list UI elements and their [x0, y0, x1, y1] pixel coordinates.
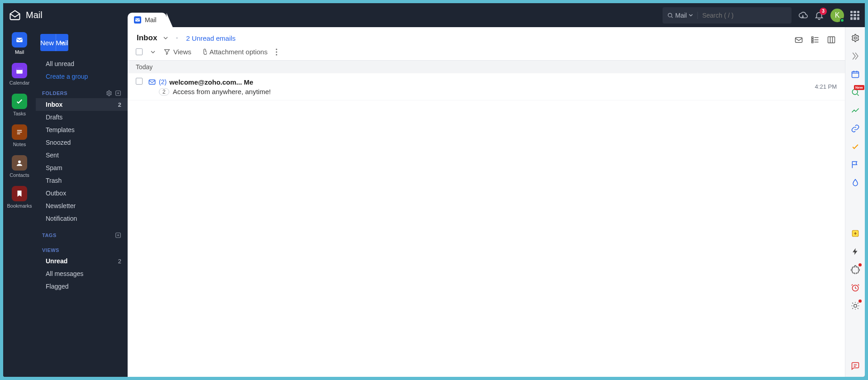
folder-label: Notification: [46, 215, 77, 222]
search-bar[interactable]: Mail: [663, 7, 792, 24]
folder-label: Newsletter: [46, 202, 76, 209]
alarm-icon[interactable]: [850, 282, 861, 293]
folder-newsletter[interactable]: Newsletter: [36, 200, 128, 212]
folder-inbox[interactable]: Inbox2: [36, 98, 128, 111]
folder-templates[interactable]: Templates: [36, 124, 128, 136]
nav-label: Calendar: [10, 80, 30, 86]
app-logo[interactable]: Mail: [9, 9, 43, 22]
view-all-messages[interactable]: All messages: [36, 267, 128, 280]
search-icon: [667, 12, 673, 19]
thread-count: (2): [159, 78, 167, 86]
plus-icon[interactable]: [115, 90, 121, 96]
mail-checkbox[interactable]: [136, 78, 143, 85]
nav-item-contacts[interactable]: Contacts: [10, 153, 29, 180]
tags-heading: TAGS: [42, 233, 57, 238]
sun-icon[interactable]: [850, 300, 861, 311]
search-widget-icon[interactable]: New: [850, 87, 861, 98]
column-view-icon[interactable]: [827, 35, 836, 44]
nav-item-mail[interactable]: Mail: [12, 30, 27, 57]
nav-item-tasks[interactable]: Tasks: [12, 92, 27, 118]
folder-label: Sent: [46, 152, 59, 159]
unread-summary[interactable]: 2 Unread emails: [186, 34, 235, 42]
mail-row[interactable]: (2) welcome@zoho.com... Me 2 Access from…: [128, 73, 845, 100]
new-mail-button[interactable]: New Mail: [40, 34, 68, 51]
search-scope[interactable]: Mail: [667, 12, 698, 19]
tab-mail[interactable]: Mail: [128, 13, 167, 27]
folder-notification[interactable]: Notification: [36, 212, 128, 225]
folder-outbox[interactable]: Outbox: [36, 187, 128, 200]
svg-point-16: [276, 54, 277, 55]
mail-icon: [12, 32, 27, 48]
count-badge: 2: [159, 88, 169, 95]
plus-widget-icon[interactable]: [850, 228, 861, 239]
envelope-icon: [148, 78, 156, 86]
folder-count: 2: [118, 101, 121, 108]
folder-label: Outbox: [46, 190, 66, 197]
sidebar-section-tags: TAGS: [36, 225, 128, 240]
bell-icon[interactable]: 3: [814, 10, 824, 20]
folder-spam[interactable]: Spam: [36, 162, 128, 174]
avatar[interactable]: K: [830, 9, 844, 22]
svg-rect-4: [16, 68, 23, 70]
nav-item-bookmarks[interactable]: Bookmarks: [7, 184, 32, 210]
svg-point-20: [852, 89, 858, 95]
list-view-icon[interactable]: [811, 35, 820, 44]
flag-icon[interactable]: [850, 159, 861, 170]
stats-icon[interactable]: [850, 105, 861, 116]
chat-icon[interactable]: [850, 361, 861, 371]
gear-icon[interactable]: [106, 90, 112, 96]
nav-label: Bookmarks: [7, 203, 32, 209]
chevron-down-icon[interactable]: [56, 34, 68, 51]
folder-label: Trash: [46, 177, 62, 184]
attachment-icon: [200, 48, 207, 56]
nav-label: Contacts: [10, 172, 29, 178]
nav-label: Notes: [13, 142, 26, 147]
views-filter[interactable]: Views: [163, 48, 191, 56]
folder-trash[interactable]: Trash: [36, 174, 128, 187]
header-right: Mail 3 K: [663, 7, 859, 24]
folder-label: Spam: [46, 164, 62, 171]
ai-drop-icon[interactable]: [850, 177, 861, 188]
svg-rect-11: [812, 39, 813, 40]
content-header: Inbox 2 Unread emails: [128, 27, 845, 45]
select-all-checkbox[interactable]: [136, 48, 143, 55]
folder-drafts[interactable]: Drafts: [36, 111, 128, 124]
folder-sent[interactable]: Sent: [36, 149, 128, 162]
nav-item-calendar[interactable]: Calendar: [10, 61, 30, 87]
widget-icon[interactable]: [850, 51, 861, 62]
bolt-icon[interactable]: [850, 246, 861, 257]
plus-icon[interactable]: [115, 232, 121, 238]
chevron-down-icon[interactable]: [151, 50, 155, 54]
app-title: Mail: [26, 10, 43, 20]
more-icon[interactable]: [276, 48, 277, 56]
attachment-options[interactable]: Attachment options: [200, 48, 267, 56]
link-icon[interactable]: [850, 123, 861, 134]
extension-icon[interactable]: [850, 264, 861, 275]
gear-icon[interactable]: [850, 33, 861, 43]
sidebar-link-all-unread[interactable]: All unread: [36, 57, 128, 70]
view-flagged[interactable]: Flagged: [36, 280, 128, 293]
apps-launcher-icon[interactable]: [850, 11, 859, 20]
folder-snoozed[interactable]: Snoozed: [36, 136, 128, 149]
check-icon[interactable]: [850, 141, 861, 152]
alert-dot: [858, 263, 862, 266]
sidebar-link-create-group[interactable]: Create a group: [36, 70, 128, 83]
svg-rect-10: [812, 37, 813, 38]
svg-rect-9: [796, 38, 802, 43]
main-content: Inbox 2 Unread emails Views Attachment o…: [128, 27, 845, 377]
cloud-download-icon[interactable]: [798, 10, 808, 20]
nav-item-notes[interactable]: Notes: [12, 123, 27, 149]
chevron-down-icon[interactable]: [163, 36, 168, 40]
envelope-icon[interactable]: [794, 35, 803, 44]
svg-rect-12: [812, 41, 813, 43]
views-label: Views: [173, 48, 191, 56]
search-scope-label: Mail: [675, 12, 687, 19]
calendar-widget-icon[interactable]: [850, 69, 861, 80]
search-input[interactable]: [702, 12, 787, 19]
view-unread[interactable]: Unread2: [36, 255, 128, 267]
svg-point-18: [854, 37, 856, 39]
view-count: 2: [118, 258, 121, 265]
header-left: Mail: [9, 9, 43, 22]
mail-tab-icon: [134, 16, 141, 24]
svg-rect-0: [135, 19, 140, 22]
